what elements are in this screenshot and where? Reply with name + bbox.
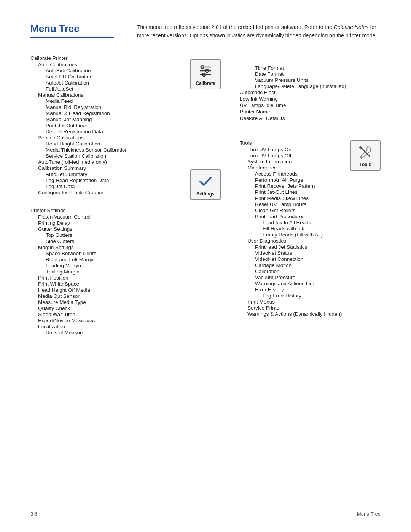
list-item: Service Calibrations: [30, 135, 171, 141]
list-item: Calibration: [240, 268, 342, 274]
list-item: Tools: [240, 140, 342, 146]
list-item: Turn UV Lamps Off: [240, 153, 342, 158]
calibrate-icon: [197, 62, 214, 79]
calibrate-icon-box: Calibrate: [190, 59, 221, 89]
list-item: Vacuum Pressure Units: [240, 77, 381, 83]
desc-italic-1: Release Notes: [334, 24, 369, 30]
list-item: Configure for Profile Creation: [30, 190, 171, 195]
list-item: Printhead Jet Statistics: [240, 244, 342, 250]
list-item: Sleep Wait Time: [30, 312, 171, 317]
list-item: Default Registration Data: [30, 129, 171, 134]
list-item: Margin Settings: [30, 244, 171, 250]
list-item: Media Thickness Sensor Calibration: [30, 147, 171, 153]
tools-icon: [357, 144, 374, 160]
log-head-registration: Log Head Registration Data: [30, 177, 171, 183]
list-item: AutoSet Summary: [30, 171, 171, 177]
list-item: Warnings and Actions List: [240, 281, 342, 286]
header-section: Menu Tree This menu tree reflects versio…: [30, 23, 381, 40]
list-item: Head Height Off Media: [30, 287, 171, 293]
title-underline: [30, 37, 114, 38]
list-item: Print White Space: [30, 281, 171, 287]
list-item: VideoNet Connection: [240, 256, 342, 262]
print-recover-jets: Print Recover Jets Pattern: [240, 183, 342, 189]
list-item: Low Ink Warning: [240, 96, 381, 102]
list-item: Manual Bidi Registration: [30, 104, 171, 110]
content-area: Calibrate Printer Auto Calibrations Auto…: [30, 55, 381, 343]
list-item: Manual Calibrations: [30, 92, 171, 98]
list-item: Service Station Calibration: [30, 153, 171, 159]
list-item: Service Printer: [240, 305, 342, 311]
list-item: Manual Jet Mapping: [30, 117, 171, 122]
list-item: Expert/Novice Messages: [30, 318, 171, 323]
page-footer: 3-6 Menu Tree: [30, 507, 381, 517]
load-ink-all-heads: Load Ink In All Heads: [240, 220, 342, 225]
list-item: Log Jet Data: [30, 184, 171, 189]
list-item: Print Position: [30, 275, 171, 281]
list-item: AutoH2H Calibration: [30, 74, 171, 80]
settings-continuation: Time Format Date Format Vacuum Pressure …: [240, 55, 381, 121]
list-item: Top Gutters: [30, 232, 171, 238]
list-item: Clean Grit Rollers: [240, 208, 342, 213]
list-item: Localization: [30, 324, 171, 329]
list-item: Calibration Summary: [30, 165, 171, 171]
uv-lamps-idle-time: UV Lamps Idle Time: [240, 102, 381, 108]
footer-section-title: Menu Tree: [357, 511, 381, 517]
manual-head-registration: Manual X Head Registration: [30, 110, 171, 116]
description-block: This menu tree reflects version 2.01 of …: [137, 23, 381, 40]
list-item: Units of Measure: [30, 330, 171, 335]
list-item: Auto Calibrations: [30, 62, 171, 67]
list-item: Print Menus: [240, 299, 342, 305]
list-item: Media Feed: [30, 98, 171, 104]
list-item: User Diagnostics: [240, 238, 342, 244]
list-item: Fill Heads with Ink: [240, 226, 342, 232]
list-item: Trailing Margin: [30, 269, 171, 275]
list-item: Head Height Calibration: [30, 141, 171, 147]
list-item: Carriage Motion: [240, 262, 342, 268]
list-item: Access Printheads: [240, 171, 342, 177]
left-column: Calibrate Printer Auto Calibrations Auto…: [30, 55, 171, 343]
desc-italic-2: italics: [232, 32, 245, 38]
calibrate-label: Calibrate: [196, 81, 215, 86]
title-block: Menu Tree: [30, 23, 114, 38]
list-item: Empty Heads (Fill with Air): [240, 232, 342, 238]
list-item: AutoJet Calibration: [30, 80, 171, 86]
desc-text-1: This menu tree reflects version 2.01 of …: [137, 24, 334, 30]
settings-icon-box: Settings: [190, 169, 221, 200]
list-item: Print Jet-Out Lines: [30, 123, 171, 128]
list-item: Turn UV Lamps On: [240, 147, 342, 152]
desc-text-3: are dynamically hidden depending on the …: [245, 32, 377, 38]
list-item: Vacuum Pressure: [240, 275, 342, 280]
printer-settings-section: Printer Settings Platen Vacuum Control P…: [30, 208, 171, 335]
list-item: Side Gutters: [30, 238, 171, 244]
svg-point-6: [360, 157, 362, 158]
list-item: Gutter Settings: [30, 226, 171, 232]
list-item: Log Error History: [240, 293, 342, 299]
list-item: Date Format: [240, 71, 381, 77]
calibrate-printer-section: Calibrate Printer Auto Calibrations Auto…: [30, 55, 171, 195]
measure-media-type: Measure Media Type: [30, 299, 171, 305]
list-item: Printer Name: [240, 109, 381, 115]
list-item: Printhead Procedures: [240, 214, 342, 219]
settings-icon: [197, 173, 214, 190]
list-item: Automatic Eject: [240, 89, 381, 95]
right-column: Time Format Date Format Vacuum Pressure …: [240, 55, 381, 324]
settings-label: Settings: [196, 191, 214, 197]
list-item: Space Between Prints: [30, 251, 171, 256]
footer-page-number: 3-6: [30, 511, 38, 517]
reset-uv-lamp-hours: Reset UV Lamp Hours: [240, 201, 342, 207]
list-item: AutoBidi Calibration: [30, 68, 171, 73]
list-item: Platen Vacuum Control: [30, 214, 171, 220]
list-item: Print Jet-Out Lines: [240, 189, 342, 195]
list-item: Media Out Sensor: [30, 293, 171, 299]
list-item: Restore All Defaults: [240, 115, 381, 121]
list-item: Printer Settings: [30, 208, 171, 213]
list-item: Leading Margin: [30, 263, 171, 268]
page-container: Menu Tree This menu tree reflects versio…: [0, 0, 411, 532]
list-item: Printing Delay: [30, 220, 171, 226]
tools-section: Tools Turn UV Lamps On Turn UV Lamps Off…: [240, 140, 342, 317]
list-item: Maintenance: [240, 165, 342, 171]
list-item: Perform An Air Purge: [240, 177, 342, 183]
list-item: AutoTune (roll-fed media only): [30, 159, 171, 165]
list-item: System Information: [240, 159, 342, 165]
list-item: Warnings & Actions (Dynamically Hidden): [240, 311, 342, 317]
